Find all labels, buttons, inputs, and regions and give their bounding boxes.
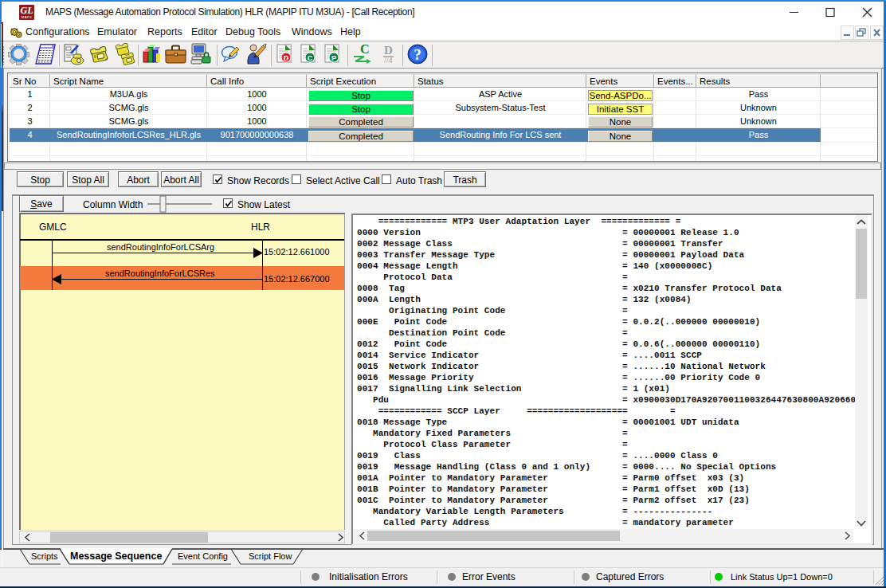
svg-text:D: D [384, 44, 393, 57]
svg-text:?: ? [414, 46, 421, 63]
svg-text://4: //4 [384, 56, 393, 65]
svg-text:C: C [308, 54, 313, 62]
svg-text:P: P [331, 54, 336, 62]
svg-text:C: C [360, 43, 370, 56]
svg-text:D: D [284, 54, 289, 62]
